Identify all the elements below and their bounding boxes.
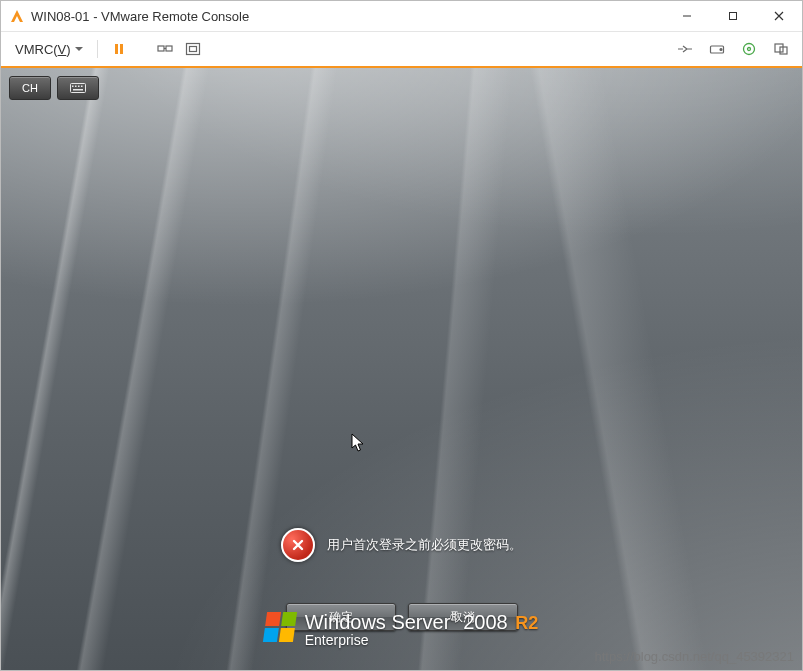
svg-rect-18 bbox=[81, 86, 83, 88]
login-message: 用户首次登录之前必须更改密码。 bbox=[1, 528, 802, 562]
separator bbox=[97, 40, 98, 58]
svg-rect-5 bbox=[186, 44, 199, 55]
drive-icon[interactable] bbox=[706, 38, 728, 60]
error-icon bbox=[281, 528, 315, 562]
svg-rect-13 bbox=[71, 84, 86, 93]
vmrc-menu-label: VMRC(V) bbox=[15, 42, 71, 57]
maximize-button[interactable] bbox=[710, 1, 756, 31]
brand-r2: R2 bbox=[515, 613, 538, 633]
svg-rect-11 bbox=[775, 44, 783, 52]
svg-point-8 bbox=[720, 49, 722, 51]
pause-dropdown[interactable] bbox=[136, 38, 148, 60]
mouse-cursor-icon bbox=[351, 433, 365, 453]
brand-server: Server bbox=[391, 611, 450, 633]
login-message-text: 用户首次登录之前必须更改密码。 bbox=[327, 536, 522, 554]
send-cad-button[interactable] bbox=[154, 38, 176, 60]
keyboard-indicator[interactable] bbox=[57, 76, 99, 100]
minimize-button[interactable] bbox=[664, 1, 710, 31]
devices-icon[interactable] bbox=[770, 38, 792, 60]
connect-icon[interactable] bbox=[674, 38, 696, 60]
vmrc-menu[interactable]: VMRC(V) bbox=[11, 39, 87, 60]
vmware-remote-console-window: WIN08-01 - VMware Remote Console VMRC(V) bbox=[0, 0, 803, 671]
svg-rect-0 bbox=[730, 13, 737, 20]
fullscreen-button[interactable] bbox=[182, 38, 204, 60]
keyboard-icon bbox=[70, 83, 86, 93]
chevron-down-icon bbox=[75, 47, 83, 51]
svg-rect-4 bbox=[166, 46, 172, 51]
brand-year: 2008 bbox=[463, 611, 508, 633]
ime-indicator[interactable]: CH bbox=[9, 76, 51, 100]
brand-edition: Enterprise bbox=[305, 633, 539, 648]
svg-rect-17 bbox=[78, 86, 80, 88]
disc-icon[interactable] bbox=[738, 38, 760, 60]
close-button[interactable] bbox=[756, 1, 802, 31]
svg-point-10 bbox=[748, 48, 751, 51]
svg-rect-3 bbox=[158, 46, 164, 51]
windows-logo-icon bbox=[263, 612, 297, 642]
svg-rect-15 bbox=[72, 86, 74, 88]
titlebar: WIN08-01 - VMware Remote Console bbox=[1, 1, 802, 32]
watermark: https://blog.csdn.net/qq_45392321 bbox=[595, 649, 795, 664]
svg-rect-1 bbox=[115, 44, 118, 54]
pause-button[interactable] bbox=[108, 38, 130, 60]
vmware-icon bbox=[9, 8, 25, 24]
window-title: WIN08-01 - VMware Remote Console bbox=[31, 9, 249, 24]
brand-windows: Windows bbox=[305, 611, 386, 633]
guest-screen[interactable]: CH 用户首次登录之前必须更改密码。 确定 取消 bbox=[1, 68, 802, 670]
svg-rect-2 bbox=[120, 44, 123, 54]
toolbar: VMRC(V) bbox=[1, 32, 802, 68]
svg-rect-6 bbox=[189, 47, 196, 52]
svg-point-9 bbox=[744, 44, 755, 55]
svg-rect-14 bbox=[73, 89, 83, 91]
svg-rect-16 bbox=[75, 86, 77, 88]
os-branding: Windows Server® 2008 R2 Enterprise bbox=[1, 612, 802, 648]
